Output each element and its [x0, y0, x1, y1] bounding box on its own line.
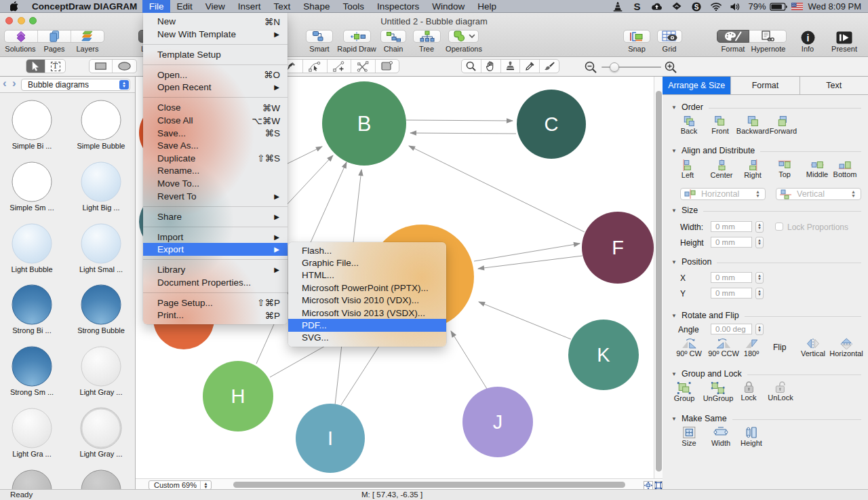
export-submenu-item-microsoft-visio-2010-vdx[interactable]: Microsoft Visio 2010 (VDX)... [288, 294, 446, 307]
brush-tool[interactable] [540, 60, 559, 73]
make-same-width-button[interactable]: Width [711, 426, 730, 447]
x-stepper[interactable]: ▲▼ [755, 272, 764, 284]
menubar-item-tools[interactable]: Tools [336, 0, 371, 13]
rotate-180-button[interactable]: 180º [744, 338, 759, 358]
zoom-level-control[interactable]: Custom 69% ▲▼ [149, 480, 212, 490]
section-size[interactable]: ▼Size [663, 206, 868, 215]
file-menu-item-import[interactable]: Import▶ [143, 231, 288, 244]
menubar-item-window[interactable]: Window [426, 0, 471, 13]
file-menu-item-print[interactable]: Print...⌘P [143, 309, 288, 322]
distribute-horizontal-select[interactable]: Horizontal ▲▼ [680, 188, 766, 200]
flip-vertical-button[interactable]: Vertical [801, 338, 825, 358]
order-front-button[interactable]: Front [711, 115, 729, 135]
menubar-item-text[interactable]: Text [267, 0, 297, 13]
edge-F-B[interactable] [409, 146, 585, 232]
pages-icon[interactable] [38, 31, 71, 42]
canvas-vertical-scrollbar[interactable] [654, 77, 663, 478]
section-position[interactable]: ▼Position [663, 257, 868, 267]
menubar-item-view[interactable]: View [199, 0, 231, 13]
library-shape[interactable] [12, 347, 52, 387]
library-shape[interactable] [81, 408, 121, 448]
file-menu-item-close[interactable]: Close⌘W [143, 102, 288, 115]
tab-text[interactable]: Text [800, 77, 868, 94]
file-menu-item-document-properties[interactable]: Document Properties... [143, 276, 288, 289]
file-menu-item-page-setup[interactable]: Page Setup...⇧⌘P [143, 296, 288, 309]
library-shape[interactable] [12, 408, 52, 448]
menubar-item-shape[interactable]: Shape [297, 0, 336, 13]
export-submenu-item-html[interactable]: HTML... [288, 269, 446, 282]
shape-edit-tool[interactable] [376, 60, 399, 73]
align-center-button[interactable]: Center [710, 159, 732, 179]
export-submenu-item-svg[interactable]: SVG... [288, 332, 446, 344]
file-menu-item-open[interactable]: Open...⌘O [143, 69, 288, 81]
tree-button[interactable] [413, 30, 441, 43]
hscroll-thumb[interactable] [233, 482, 625, 488]
menubar-item-edit[interactable]: Edit [170, 0, 199, 13]
hypernote-button[interactable] [749, 30, 787, 43]
edge-J-E[interactable] [451, 331, 487, 389]
library-dropdown[interactable]: Bubble diagrams ▲▼ [21, 79, 130, 91]
library-shape[interactable] [12, 285, 52, 325]
library-shape[interactable] [12, 100, 52, 140]
export-submenu-item-microsoft-powerpoint-pptx[interactable]: Microsoft PowerPoint (PPTX)... [288, 282, 446, 294]
operations-button[interactable] [448, 30, 479, 43]
make-same-height-button[interactable]: Height [741, 426, 762, 447]
stamp-tool[interactable] [501, 60, 521, 73]
width-stepper[interactable]: ▲▼ [755, 221, 764, 233]
rectangle-tool[interactable] [90, 60, 113, 73]
select-tool[interactable] [26, 60, 45, 73]
zoom-stepper-icon[interactable]: ▲▼ [200, 481, 211, 489]
file-menu-item-library[interactable]: Library▶ [143, 263, 288, 276]
order-backward-button[interactable]: Backward [736, 115, 769, 135]
export-submenu-item-pdf[interactable]: PDF... [288, 319, 446, 331]
library-shape[interactable] [12, 469, 52, 489]
section-make-same[interactable]: ▼Make Same [663, 414, 868, 423]
chain-button[interactable] [380, 30, 406, 43]
solutions-icon[interactable] [5, 31, 38, 42]
edge-K-E[interactable] [479, 302, 571, 339]
rapid-draw-button[interactable] [343, 30, 371, 43]
y-input[interactable]: 0 mm [711, 288, 752, 299]
menubar-item-insert[interactable]: Insert [231, 0, 267, 13]
lock-proportions-checkbox[interactable] [775, 223, 783, 231]
order-forward-button[interactable]: Forward [770, 115, 797, 135]
library-shape[interactable] [12, 223, 52, 263]
height-stepper[interactable]: ▲▼ [755, 237, 764, 248]
align-left-button[interactable]: Left [682, 159, 694, 179]
us-flag-icon[interactable] [789, 0, 805, 13]
library-forward-icon[interactable]: › [12, 77, 16, 90]
distribute-vertical-select[interactable]: Vertical ▲▼ [776, 188, 861, 200]
file-menu-item-new-with-template[interactable]: New With Template▶ [143, 28, 288, 41]
snap-button[interactable] [623, 30, 650, 43]
tab-format[interactable]: Format [731, 77, 800, 94]
text-tool[interactable]: T [45, 60, 65, 73]
zoom-tool[interactable] [462, 60, 481, 73]
file-menu-item-share[interactable]: Share▶ [143, 210, 288, 223]
file-menu-item-template-setup[interactable]: Template Setup [143, 48, 288, 61]
export-submenu-item-graphic-file[interactable]: Graphic File... [288, 256, 446, 269]
library-shape[interactable] [81, 161, 121, 201]
zoom-slider-knob[interactable] [610, 62, 619, 72]
add-point-tool[interactable] [328, 60, 351, 73]
library-shape[interactable] [12, 161, 52, 201]
cone-icon[interactable] [608, 0, 627, 13]
edge-C-B[interactable] [410, 133, 516, 134]
export-submenu-item-flash[interactable]: Flash... [288, 244, 446, 256]
menubar-item-help[interactable]: Help [471, 0, 503, 13]
grid-button[interactable] [657, 30, 682, 43]
angle-input[interactable]: 0.00 deg [711, 324, 752, 334]
flip-horizontal-button[interactable]: Horizontal [829, 338, 863, 358]
format-button[interactable] [717, 30, 749, 43]
file-menu-item-new[interactable]: New⌘N [143, 16, 288, 28]
edge-E-F[interactable] [474, 244, 580, 261]
group-button[interactable]: Group [674, 382, 695, 402]
ellipse-tool[interactable] [113, 60, 136, 73]
x-input[interactable]: 0 mm [711, 272, 752, 283]
volume-icon[interactable] [726, 0, 745, 13]
section-group[interactable]: ▼Group and Lock [663, 369, 868, 379]
cloud-upload-icon[interactable] [647, 0, 667, 13]
apple-menu-icon[interactable] [0, 1, 27, 12]
file-menu-item-revert-to[interactable]: Revert To▶ [143, 190, 288, 203]
zoom-out-icon[interactable] [585, 61, 597, 76]
library-shape[interactable] [81, 223, 121, 263]
